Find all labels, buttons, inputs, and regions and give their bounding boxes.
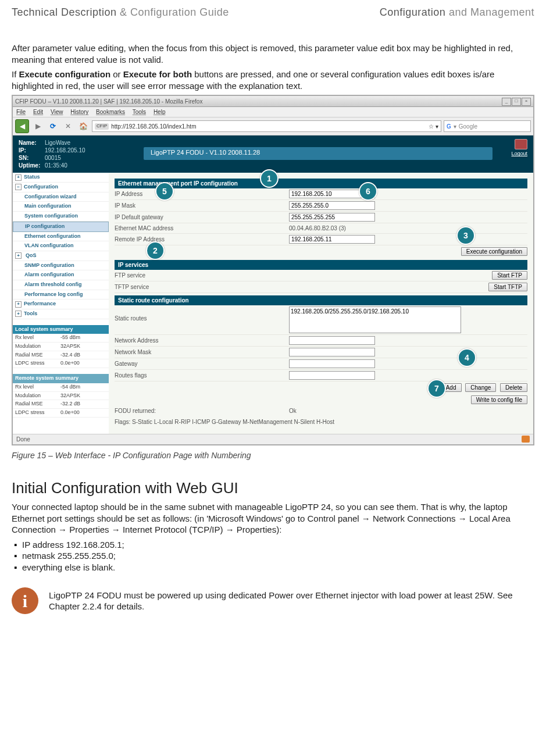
delete-button[interactable]: Delete — [500, 383, 527, 392]
table-row: Radial MSE-32.4 dB — [13, 351, 109, 360]
header-left-dark: Technical Description — [12, 6, 117, 18]
dev-up-lbl: Uptime: — [19, 162, 45, 169]
fodu-label: FODU returned: — [115, 407, 289, 415]
static-routes-textarea[interactable]: 192.168.205.0/255.255.255.0/192.168.205.… — [289, 306, 461, 333]
tree-performance-label: Performance — [24, 301, 56, 308]
table-row: LDPC stress0.0e+00 — [13, 409, 109, 418]
mac-value: 00.04.A6.80.B2.03 (3) — [289, 224, 346, 232]
menu-view[interactable]: View — [51, 109, 63, 115]
tree-config-label: Configuration — [24, 184, 58, 191]
menu-help[interactable]: Help — [154, 109, 166, 115]
close-button[interactable]: × — [522, 98, 531, 106]
url-box[interactable]: CFIP http://192.168.205.10/index1.htm ☆ … — [92, 120, 441, 132]
dev-ip: 192.168.205.10 — [45, 147, 85, 154]
tree-ip-config[interactable]: IP configuration — [13, 222, 109, 232]
back-button[interactable]: ◀ — [15, 119, 29, 133]
table-row: Radial MSE-32.2 dB — [13, 400, 109, 409]
row-ip-address: IP Address — [115, 188, 527, 200]
sum-label: Rx level — [15, 384, 60, 391]
window-titlebar[interactable]: CFIP FODU – V1.10 2008.11.20 | SAF | 192… — [13, 96, 533, 107]
write-config-button[interactable]: Write to config file — [471, 395, 527, 404]
p2-pre: If — [12, 69, 19, 79]
menu-tools[interactable]: Tools — [133, 109, 146, 115]
dev-name: LigoWave — [45, 140, 70, 146]
menu-edit[interactable]: Edit — [33, 109, 43, 115]
ip-gateway-input[interactable] — [289, 213, 375, 222]
expand-icon[interactable]: + — [15, 311, 22, 317]
network-address-label: Network Address — [115, 337, 289, 344]
network-address-input[interactable] — [289, 336, 375, 345]
tree-performance[interactable]: +Performance — [13, 299, 109, 309]
static-routes-label: Static routes — [115, 306, 289, 322]
section-header-ip-services: IP services — [115, 260, 527, 270]
tree-wizard[interactable]: Configuration wizard — [13, 192, 109, 202]
sum-label: LDPC stress — [15, 409, 60, 416]
stop-button[interactable]: ✕ — [62, 120, 74, 133]
routes-flags-input[interactable] — [289, 371, 375, 380]
logout-area[interactable]: Logout — [511, 139, 527, 158]
tftp-label: TFTP service — [115, 283, 289, 291]
header-right-grey: and Management — [445, 6, 534, 18]
expand-icon[interactable]: + — [15, 252, 22, 259]
row-fodu-returned: FODU returned:Ok — [115, 406, 527, 416]
start-ftp-button[interactable]: Start FTP — [492, 271, 527, 280]
reload-button[interactable]: ⟳ — [47, 120, 59, 133]
maximize-button[interactable]: □ — [512, 98, 521, 106]
tree-qos[interactable]: +QoS — [13, 251, 109, 261]
window-title: CFIP FODU – V1.10 2008.11.20 | SAF | 192… — [15, 98, 202, 105]
logout-link[interactable]: Logout — [511, 151, 527, 156]
tree-main-config[interactable]: Main configuration — [13, 202, 109, 212]
tree-eth-config[interactable]: Ethernet configuration — [13, 232, 109, 242]
tree-perflog[interactable]: Performance log config — [13, 290, 109, 300]
sidebar: +Status −Configuration Configuration wiz… — [13, 173, 109, 434]
paragraph-1: After parameter value editing, when the … — [12, 42, 534, 65]
sum-value: -55 dBm — [60, 334, 80, 341]
expand-icon[interactable]: + — [15, 301, 22, 308]
tree-snmp[interactable]: SNMP configuration — [13, 261, 109, 271]
product-title: LigoPTP 24 FODU - V1.10 2008.11.28 — [144, 147, 493, 160]
network-mask-input[interactable] — [289, 348, 375, 356]
gateway-input[interactable] — [289, 359, 375, 368]
row-network-address: Network Address — [115, 335, 527, 347]
remote-ip-input[interactable] — [289, 235, 375, 244]
bullet-list: IP address 192.168.205.1; netmask 255.25… — [12, 539, 534, 573]
dev-sn: 00015 — [45, 155, 61, 161]
tree-status-label: Status — [24, 174, 40, 181]
menu-history[interactable]: History — [70, 109, 88, 115]
tree-status[interactable]: +Status — [13, 173, 109, 183]
search-box[interactable]: G▾ Google — [444, 120, 531, 132]
change-button[interactable]: Change — [465, 383, 496, 392]
sum-label: Radial MSE — [15, 401, 60, 408]
section-heading: Initial Configuration with Web GUI — [12, 479, 534, 498]
table-row: Rx level-54 dBm — [13, 383, 109, 392]
tree-vlan-config[interactable]: VLAN configuration — [13, 241, 109, 251]
tree-tools[interactable]: +Tools — [13, 309, 109, 319]
routes-flags-label: Routes flags — [115, 372, 289, 379]
sum-value: 32APSK — [60, 393, 80, 400]
collapse-icon[interactable]: − — [15, 184, 22, 190]
fodu-value: Ok — [289, 407, 297, 415]
tree-alarm[interactable]: Alarm configuration — [13, 270, 109, 280]
tree-threshold[interactable]: Alarm threshold config — [13, 280, 109, 290]
ip-mask-input[interactable] — [289, 201, 375, 210]
header-left-grey: & Configuration Guide — [117, 6, 229, 18]
start-tftp-button[interactable]: Start TFTP — [488, 283, 527, 291]
menu-bookmarks[interactable]: Bookmarks — [96, 109, 125, 115]
row-ip-mask: IP Mask — [115, 200, 527, 212]
note-box: i LigoPTP 24 FODU must be powered up usi… — [12, 587, 534, 614]
home-button[interactable]: 🏠 — [77, 120, 90, 133]
minimize-button[interactable]: _ — [502, 98, 511, 106]
status-text: Done — [16, 436, 30, 443]
remote-summary-header: Remote system summary — [13, 374, 109, 383]
tree-configuration[interactable]: −Configuration — [13, 183, 109, 192]
execute-configuration-button[interactable]: Execute configuration — [461, 247, 527, 256]
expand-icon[interactable]: + — [15, 174, 22, 181]
header-right-dark: Configuration — [380, 6, 446, 18]
tree-system-config[interactable]: System configuration — [13, 212, 109, 222]
note-text: LigoPTP 24 FODU must be powered up using… — [49, 590, 534, 612]
sum-value: -32.2 dB — [60, 401, 80, 408]
forward-button[interactable]: ▶ — [31, 120, 44, 133]
menu-file[interactable]: File — [16, 109, 26, 115]
paragraph-3: Your connected laptop should be in the s… — [12, 501, 534, 536]
table-row: Rx level-55 dBm — [13, 334, 109, 343]
